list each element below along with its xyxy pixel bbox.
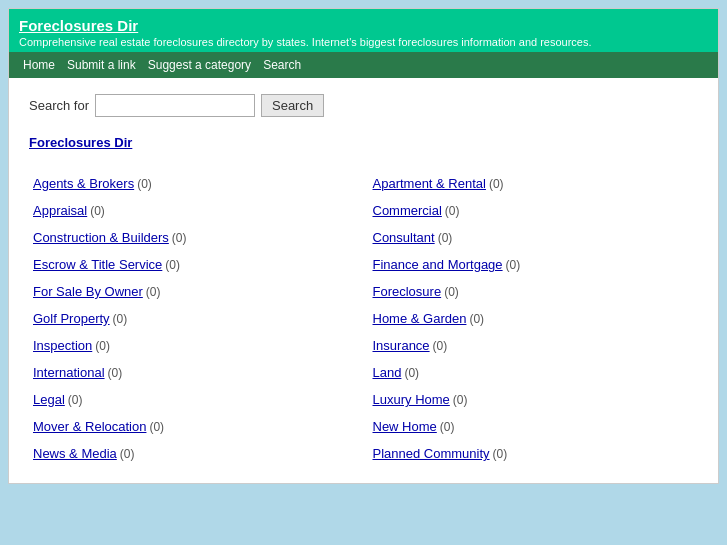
category-link[interactable]: Apartment & Rental [373,176,486,191]
list-item: Home & Garden (0) [369,305,699,332]
app-wrapper: Foreclosures Dir Comprehensive real esta… [0,0,727,492]
search-button[interactable]: Search [261,94,324,117]
category-link[interactable]: Land [373,365,402,380]
list-item: Consultant (0) [369,224,699,251]
category-link[interactable]: Escrow & Title Service [33,257,162,272]
category-grid: Agents & Brokers (0)Apartment & Rental (… [29,170,698,467]
category-link[interactable]: Planned Community [373,446,490,461]
nav-submit-link[interactable]: Submit a link [63,56,140,74]
category-link[interactable]: Golf Property [33,311,110,326]
category-link[interactable]: For Sale By Owner [33,284,143,299]
list-item: Luxury Home (0) [369,386,699,413]
nav-suggest-category[interactable]: Suggest a category [144,56,255,74]
category-link[interactable]: Consultant [373,230,435,245]
list-item: Finance and Mortgage (0) [369,251,699,278]
category-link[interactable]: Agents & Brokers [33,176,134,191]
list-item: News & Media (0) [29,440,359,467]
search-bar: Search for Search [29,94,698,117]
site-header: Foreclosures Dir Comprehensive real esta… [9,9,718,52]
main-container: Foreclosures Dir Comprehensive real esta… [8,8,719,484]
category-link[interactable]: Home & Garden [373,311,467,326]
list-item: International (0) [29,359,359,386]
list-item: Commercial (0) [369,197,699,224]
list-item: Appraisal (0) [29,197,359,224]
search-label: Search for [29,98,89,113]
list-item: Golf Property (0) [29,305,359,332]
list-item: Construction & Builders (0) [29,224,359,251]
nav-search[interactable]: Search [259,56,305,74]
list-item: Legal (0) [29,386,359,413]
content-area: Search for Search Foreclosures Dir Agent… [9,78,718,483]
list-item: New Home (0) [369,413,699,440]
list-item: Land (0) [369,359,699,386]
nav-bar: Home Submit a link Suggest a category Se… [9,52,718,78]
category-link[interactable]: Mover & Relocation [33,419,146,434]
category-link[interactable]: Legal [33,392,65,407]
category-link[interactable]: Luxury Home [373,392,450,407]
search-input[interactable] [95,94,255,117]
nav-home[interactable]: Home [19,56,59,74]
list-item: Insurance (0) [369,332,699,359]
list-item: Escrow & Title Service (0) [29,251,359,278]
category-link[interactable]: News & Media [33,446,117,461]
list-item: Agents & Brokers (0) [29,170,359,197]
category-link[interactable]: Insurance [373,338,430,353]
list-item: Inspection (0) [29,332,359,359]
list-item: Mover & Relocation (0) [29,413,359,440]
category-link[interactable]: New Home [373,419,437,434]
list-item: Planned Community (0) [369,440,699,467]
category-link[interactable]: Commercial [373,203,442,218]
list-item: For Sale By Owner (0) [29,278,359,305]
category-link[interactable]: Finance and Mortgage [373,257,503,272]
category-link[interactable]: Appraisal [33,203,87,218]
category-link[interactable]: International [33,365,105,380]
list-item: Apartment & Rental (0) [369,170,699,197]
site-title[interactable]: Foreclosures Dir [19,17,708,34]
list-item: Foreclosure (0) [369,278,699,305]
category-link[interactable]: Construction & Builders [33,230,169,245]
breadcrumb[interactable]: Foreclosures Dir [29,135,698,150]
site-tagline: Comprehensive real estate foreclosures d… [19,36,708,48]
category-link[interactable]: Foreclosure [373,284,442,299]
category-link[interactable]: Inspection [33,338,92,353]
